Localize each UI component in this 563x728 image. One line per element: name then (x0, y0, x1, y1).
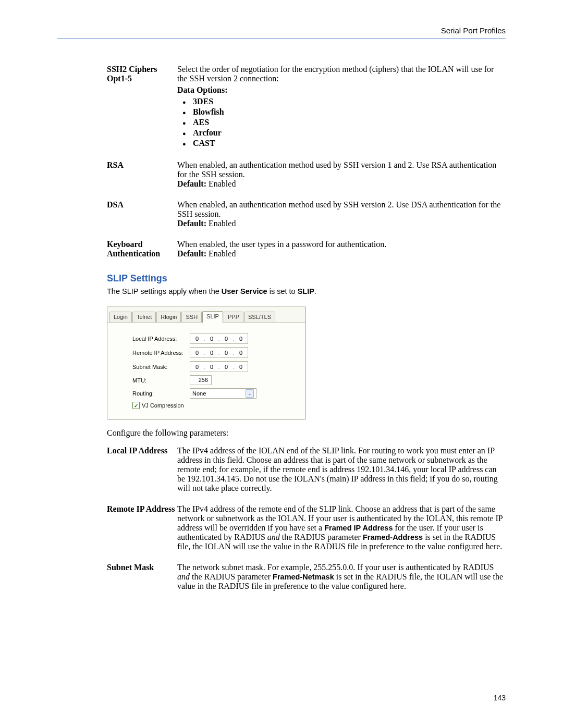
vj-checkbox[interactable]: ✓ (132, 402, 140, 409)
ip-octet[interactable]: 0 (191, 336, 203, 342)
param-text: When enabled, the user types in a passwo… (177, 240, 506, 249)
local-ip-input[interactable]: 0. 0. 0. 0 (190, 333, 248, 344)
routing-label: Routing: (132, 390, 190, 397)
mtu-label: MTU: (132, 377, 190, 384)
param-italic: and (177, 572, 190, 581)
local-ip-label: Local IP Address: (132, 336, 190, 342)
vj-label: VJ Compression (142, 402, 184, 409)
param-italic: and (267, 533, 280, 541)
tab-telnet[interactable]: Telnet (132, 312, 156, 322)
ip-octet[interactable]: 0 (191, 364, 203, 370)
param-local-ip: Local IP Address The IPv4 address of the… (107, 446, 506, 493)
ip-octet[interactable]: 0 (206, 336, 217, 342)
param-body: Select the order of negotiation for the … (177, 65, 506, 149)
section-title-slip: SLIP Settings (107, 273, 506, 284)
tab-ssh[interactable]: SSH (181, 312, 202, 322)
ip-octet[interactable]: 0 (206, 364, 217, 370)
data-options-label: Data Options: (177, 85, 227, 94)
configure-text: Configure the following parameters: (107, 428, 506, 438)
tab-login[interactable]: Login (109, 312, 132, 322)
cipher-option: Arcfour (177, 128, 506, 138)
tab-ssltls[interactable]: SSL/TLS (244, 312, 275, 322)
intro-text: The SLIP settings apply when the (107, 287, 222, 295)
cipher-options-list: 3DES Blowfish AES Arcfour CAST (177, 97, 506, 148)
param-label: SSH2 Ciphers Opt1-5 (107, 65, 177, 149)
ip-octet[interactable]: 0 (206, 350, 217, 356)
cipher-option: CAST (177, 139, 506, 148)
remote-ip-label: Remote IP Address: (132, 350, 190, 356)
param-text: When enabled, an authentication method u… (177, 200, 506, 219)
param-body: The network subnet mask. For example, 25… (177, 563, 506, 591)
default-value: Enabled (206, 249, 236, 258)
routing-select[interactable]: None ⌄ (190, 388, 256, 399)
default-label: Default: (177, 179, 206, 188)
param-text: When enabled, an authentication method u… (177, 161, 506, 179)
param-label: Subnet Mask (107, 563, 177, 591)
default-label: Default: (177, 249, 206, 258)
subnet-label: Subnet Mask: (132, 364, 190, 370)
param-dsa: DSA When enabled, an authentication meth… (107, 200, 506, 228)
default-value: Enabled (206, 179, 236, 188)
ip-octet[interactable]: 0 (235, 350, 247, 356)
param-bold: Framed-Address (363, 533, 423, 541)
param-body: When enabled, the user types in a passwo… (177, 240, 506, 258)
param-bold: Framed-Netmask (273, 573, 334, 581)
param-text: the RADIUS parameter (280, 533, 363, 541)
param-remote-ip: Remote IP Address The IPv4 address of th… (107, 504, 506, 551)
intro-text: is set to (267, 287, 298, 295)
param-body: When enabled, an authentication method u… (177, 161, 506, 189)
ip-octet[interactable]: 0 (221, 336, 232, 342)
ip-octet[interactable]: 0 (235, 364, 247, 370)
param-body: When enabled, an authentication method u… (177, 200, 506, 228)
section-intro: The SLIP settings apply when the User Se… (107, 287, 506, 295)
param-body: The IPv4 address of the remote end of th… (177, 504, 506, 551)
mtu-input[interactable]: 256 (190, 375, 212, 385)
param-rsa: RSA When enabled, an authentication meth… (107, 161, 506, 189)
cipher-option: AES (177, 118, 506, 127)
param-text: Select the order of negotiation for the … (177, 65, 506, 83)
ip-octet[interactable]: 0 (221, 364, 232, 370)
param-label: Local IP Address (107, 446, 177, 493)
page-number: 143 (494, 694, 506, 702)
param-label: RSA (107, 161, 177, 189)
param-label: Keyboard Authentication (107, 240, 177, 258)
param-text: the RADIUS parameter (190, 572, 273, 581)
param-bold: Framed IP Address (324, 524, 393, 532)
default-label: Default: (177, 219, 206, 228)
param-ssh2-ciphers: SSH2 Ciphers Opt1-5 Select the order of … (107, 65, 506, 149)
tab-strip: Login Telnet Rlogin SSH SLIP PPP SSL/TLS (107, 306, 305, 323)
intro-text: . (314, 287, 316, 295)
tab-slip[interactable]: SLIP (202, 311, 223, 323)
subnet-input[interactable]: 0. 0. 0. 0 (190, 361, 248, 372)
routing-value: None (192, 390, 206, 397)
page-header: Serial Port Profiles (57, 26, 506, 39)
slip-settings-panel: Login Telnet Rlogin SSH SLIP PPP SSL/TLS… (107, 306, 306, 420)
remote-ip-input[interactable]: 0. 0. 0. 0 (190, 347, 248, 358)
tab-rlogin[interactable]: Rlogin (156, 312, 181, 322)
ip-octet[interactable]: 0 (191, 350, 203, 356)
ip-octet[interactable]: 0 (235, 336, 247, 342)
param-label: DSA (107, 200, 177, 228)
cipher-option: 3DES (177, 97, 506, 106)
tab-ppp[interactable]: PPP (224, 312, 243, 322)
param-label: Remote IP Address (107, 504, 177, 551)
ip-octet[interactable]: 0 (221, 350, 232, 356)
intro-bold: SLIP (298, 287, 314, 295)
intro-bold: User Service (222, 287, 267, 295)
param-body: The IPv4 address of the IOLAN end of the… (177, 446, 506, 493)
cipher-option: Blowfish (177, 107, 506, 117)
param-subnet: Subnet Mask The network subnet mask. For… (107, 563, 506, 591)
param-text: The network subnet mask. For example, 25… (177, 563, 494, 572)
default-value: Enabled (206, 219, 236, 228)
chevron-down-icon[interactable]: ⌄ (246, 389, 254, 398)
param-keyboard-auth: Keyboard Authentication When enabled, th… (107, 240, 506, 258)
